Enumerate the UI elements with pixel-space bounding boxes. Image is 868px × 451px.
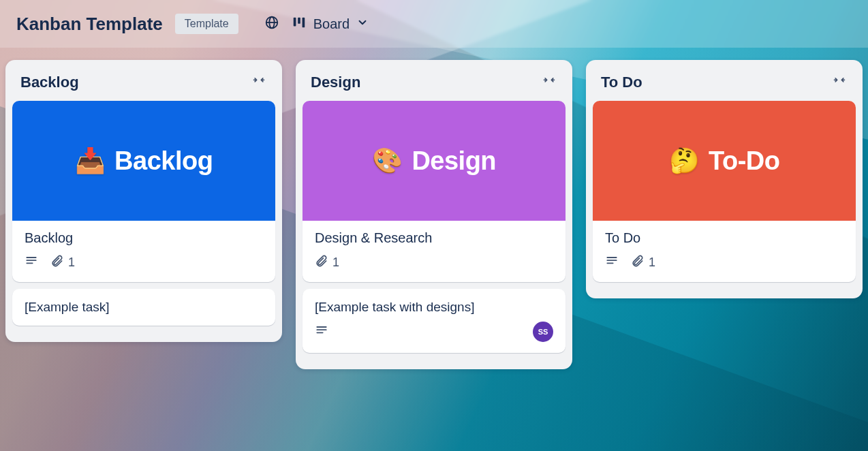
card[interactable]: 📥 Backlog Backlog 1 <box>12 101 275 282</box>
member-avatar[interactable]: SS <box>533 322 553 342</box>
cover-text: Design <box>412 146 496 176</box>
card[interactable]: 🤔 To-Do To Do 1 <box>593 101 856 282</box>
card-title: To Do <box>605 230 843 246</box>
card-title: [Example task] <box>25 300 263 315</box>
collapse-list-button[interactable] <box>251 74 267 91</box>
description-icon <box>25 254 38 271</box>
card-cover: 🤔 To-Do <box>593 101 856 221</box>
description-icon <box>605 254 619 271</box>
card-body: Backlog 1 <box>12 221 275 282</box>
view-switcher[interactable]: Board <box>292 15 369 33</box>
board-header: Kanban Template Template Board <box>0 0 868 48</box>
cover-emoji-icon: 📥 <box>75 146 106 175</box>
list-title[interactable]: To Do <box>601 74 642 91</box>
card-title: Backlog <box>25 230 263 246</box>
card[interactable]: [Example task with designs] SS <box>303 289 565 353</box>
attachments-count: 1 <box>68 255 75 270</box>
attachment-icon <box>631 254 645 271</box>
card-badges: 1 <box>315 254 553 271</box>
attachment-icon <box>315 254 328 271</box>
list-header: Backlog <box>12 67 275 101</box>
template-badge[interactable]: Template <box>175 14 238 34</box>
view-label: Board <box>313 16 350 32</box>
list-title[interactable]: Backlog <box>20 74 79 91</box>
card[interactable]: 🎨 Design Design & Research 1 <box>303 101 565 282</box>
collapse-list-button[interactable] <box>831 74 848 91</box>
chevron-down-icon <box>356 16 369 32</box>
list: Design 🎨 Design Design & Research 1 <box>296 60 572 369</box>
attachments-badge: 1 <box>50 254 75 271</box>
visibility-button[interactable] <box>264 15 279 33</box>
list-header: Design <box>303 67 565 101</box>
attachments-count: 1 <box>649 255 655 270</box>
card-badges: 1 <box>25 254 263 271</box>
attachment-icon <box>50 254 64 271</box>
collapse-list-button[interactable] <box>541 74 557 91</box>
cover-emoji-icon: 🤔 <box>669 146 700 175</box>
card-title: [Example task with designs] <box>315 300 553 315</box>
list-header: To Do <box>593 67 856 101</box>
globe-icon <box>264 15 279 33</box>
description-badge <box>315 324 328 341</box>
collapse-icon <box>831 78 848 90</box>
list: To Do 🤔 To-Do To Do 1 <box>586 60 863 298</box>
card-body: To Do 1 <box>593 221 856 282</box>
description-badge <box>605 254 619 271</box>
card-body: Design & Research 1 <box>303 221 565 282</box>
attachments-badge: 1 <box>631 254 655 271</box>
card-footer: SS <box>315 322 553 342</box>
cover-text: Backlog <box>114 146 213 176</box>
list-title[interactable]: Design <box>311 74 360 91</box>
board-canvas[interactable]: Backlog 📥 Backlog Backlog 1 <box>0 48 868 369</box>
card-badges: 1 <box>605 254 843 271</box>
card[interactable]: [Example task] <box>12 289 275 326</box>
cover-text: To-Do <box>709 146 779 176</box>
description-icon <box>315 324 328 341</box>
card-title: Design & Research <box>315 230 553 246</box>
card-cover: 🎨 Design <box>303 101 565 221</box>
attachments-count: 1 <box>332 255 339 270</box>
cover-emoji-icon: 🎨 <box>372 146 403 175</box>
collapse-icon <box>541 78 557 90</box>
description-badge <box>25 254 38 271</box>
card-cover: 📥 Backlog <box>12 101 275 221</box>
card-badges <box>315 324 328 341</box>
board-view-icon <box>292 15 307 33</box>
list: Backlog 📥 Backlog Backlog 1 <box>5 60 282 342</box>
board-title[interactable]: Kanban Template <box>16 14 163 35</box>
attachments-badge: 1 <box>315 254 339 271</box>
collapse-icon <box>251 78 267 90</box>
